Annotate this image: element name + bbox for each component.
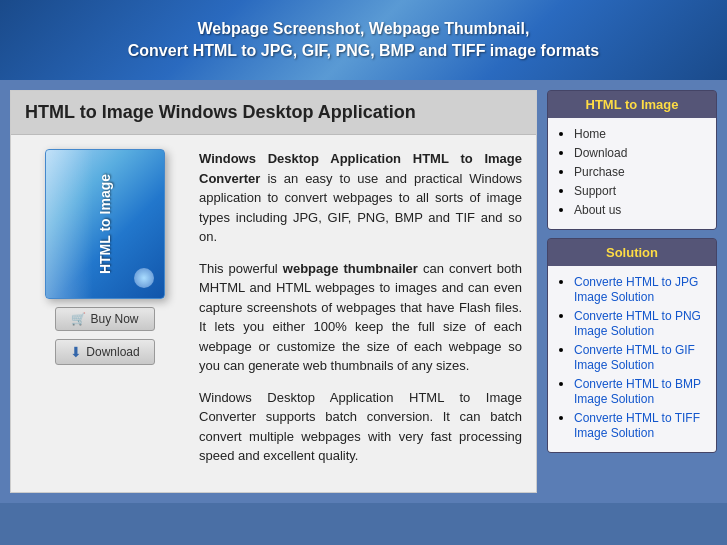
sidebar-link-home[interactable]: Home xyxy=(574,127,606,141)
description-para2: This powerful webpage thumbnailer can co… xyxy=(199,259,522,376)
solution-nav-item: Converte HTML to JPG Image Solution xyxy=(574,274,706,304)
sidebar-nav-item: Home xyxy=(574,126,706,141)
sidebar-link-about-us[interactable]: About us xyxy=(574,203,621,217)
html-to-image-box-content: HomeDownloadPurchaseSupportAbout us xyxy=(548,118,716,229)
sidebar-nav-item: About us xyxy=(574,202,706,217)
solution-nav-list: Converte HTML to JPG Image SolutionConve… xyxy=(558,274,706,440)
product-box: HTML to Image xyxy=(45,149,165,299)
solution-link-item[interactable]: Converte HTML to PNG Image Solution xyxy=(574,309,701,338)
download-label: Download xyxy=(86,345,139,359)
para2-rest: can convert both MHTML and HTML webpages… xyxy=(199,261,522,374)
solution-nav-item: Converte HTML to PNG Image Solution xyxy=(574,308,706,338)
product-box-globe xyxy=(134,268,154,288)
sidebar-link-support[interactable]: Support xyxy=(574,184,616,198)
solution-link-item[interactable]: Converte HTML to TIFF Image Solution xyxy=(574,411,700,440)
html-image-nav-list: HomeDownloadPurchaseSupportAbout us xyxy=(558,126,706,217)
solution-box-content: Converte HTML to JPG Image SolutionConve… xyxy=(548,266,716,452)
sidebar-nav-item: Purchase xyxy=(574,164,706,179)
content-area: HTML to Image Windows Desktop Applicatio… xyxy=(10,90,537,493)
para2-start: This powerful xyxy=(199,261,283,276)
page-title-bar: HTML to Image Windows Desktop Applicatio… xyxy=(11,91,536,135)
description-para3: Windows Desktop Application HTML to Imag… xyxy=(199,388,522,466)
product-box-text: HTML to Image xyxy=(93,170,117,278)
para2-bold: webpage thumbnailer xyxy=(283,261,418,276)
html-to-image-box: HTML to Image HomeDownloadPurchaseSuppor… xyxy=(547,90,717,230)
main-wrapper: HTML to Image Windows Desktop Applicatio… xyxy=(0,80,727,503)
html-to-image-box-title: HTML to Image xyxy=(548,91,716,118)
description-area: Windows Desktop Application HTML to Imag… xyxy=(199,149,522,478)
buy-now-button[interactable]: 🛒 Buy Now xyxy=(55,307,155,331)
product-box-shine xyxy=(46,150,93,298)
download-icon: ⬇ xyxy=(70,344,82,360)
content-body: HTML to Image 🛒 Buy Now ⬇ Download Windo… xyxy=(11,135,536,492)
sidebar-nav-item: Download xyxy=(574,145,706,160)
download-button[interactable]: ⬇ Download xyxy=(55,339,155,365)
solution-nav-item: Converte HTML to GIF Image Solution xyxy=(574,342,706,372)
solution-box: Solution Converte HTML to JPG Image Solu… xyxy=(547,238,717,453)
solution-nav-item: Converte HTML to TIFF Image Solution xyxy=(574,410,706,440)
sidebar-nav-item: Support xyxy=(574,183,706,198)
page-title: HTML to Image Windows Desktop Applicatio… xyxy=(25,101,522,124)
sidebar-link-purchase[interactable]: Purchase xyxy=(574,165,625,179)
solution-link-item[interactable]: Converte HTML to BMP Image Solution xyxy=(574,377,701,406)
description-para1: Windows Desktop Application HTML to Imag… xyxy=(199,149,522,247)
solution-link-item[interactable]: Converte HTML to JPG Image Solution xyxy=(574,275,698,304)
header-banner: Webpage Screenshot, Webpage Thumbnail, C… xyxy=(0,0,727,80)
header-title: Webpage Screenshot, Webpage Thumbnail, C… xyxy=(128,18,599,63)
header-title-line2: Convert HTML to JPG, GIF, PNG, BMP and T… xyxy=(128,42,599,59)
solution-link-item[interactable]: Converte HTML to GIF Image Solution xyxy=(574,343,695,372)
cart-icon: 🛒 xyxy=(71,312,86,326)
sidebar: HTML to Image HomeDownloadPurchaseSuppor… xyxy=(547,90,717,493)
product-image-area: HTML to Image 🛒 Buy Now ⬇ Download xyxy=(25,149,185,478)
sidebar-link-download[interactable]: Download xyxy=(574,146,627,160)
solution-box-title: Solution xyxy=(548,239,716,266)
header-title-line1: Webpage Screenshot, Webpage Thumbnail, xyxy=(198,20,530,37)
solution-nav-item: Converte HTML to BMP Image Solution xyxy=(574,376,706,406)
buy-now-label: Buy Now xyxy=(90,312,138,326)
